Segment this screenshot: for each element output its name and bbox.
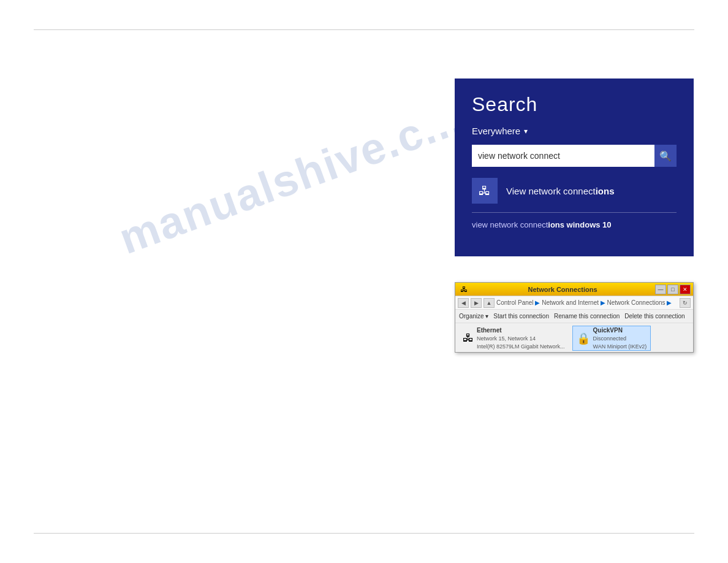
network-connections-icon: 🖧 [479,184,491,198]
nc-addressbar: ◀ ▶ ▲ Control Panel ▶ Network and Intern… [455,296,693,310]
nc-toolbar: Organize ▾ Start this connection Rename … [455,310,693,323]
close-button[interactable]: ✕ [680,285,691,294]
result-primary-text: View network connections [506,186,614,196]
network-connections-window: 🖧 Network Connections — □ ✕ ◀ ▶ ▲ Contro… [455,282,694,353]
quickvpn-status: Disconnected [593,335,647,343]
search-result-primary[interactable]: 🖧 View network connections [472,178,677,204]
ethernet-connection[interactable]: 🖧 Ethernet Network 15, Network 14 Intel(… [459,326,569,351]
nc-title-icon: 🖧 [460,285,468,294]
bottom-divider [34,533,694,534]
forward-button[interactable]: ▶ [471,298,482,308]
quickvpn-connection[interactable]: 🔒 QuickVPN Disconnected WAN Miniport (IK… [572,326,651,351]
watermark: manualshive.c... [113,93,469,264]
search-button[interactable]: 🔍 [654,145,677,167]
search-input-row: 🔍 [472,145,677,167]
up-button[interactable]: ▲ [483,298,495,308]
nc-title-text: Network Connections [470,286,655,293]
start-connection-button[interactable]: Start this connection [493,313,549,320]
search-result-secondary[interactable]: view network connections windows 10 [472,220,677,229]
ethernet-icon: 🖧 [463,332,474,345]
nc-content-area: 🖧 Ethernet Network 15, Network 14 Intel(… [455,323,693,353]
minimize-button[interactable]: — [655,285,666,294]
search-title: Search [472,93,677,116]
breadcrumb: Control Panel ▶ Network and Internet ▶ N… [496,299,678,306]
maximize-button[interactable]: □ [667,285,678,294]
refresh-button[interactable]: ↻ [680,298,691,308]
back-button[interactable]: ◀ [458,298,469,308]
result-icon-box: 🖧 [472,178,498,204]
quickvpn-details: QuickVPN Disconnected WAN Miniport (IKEv… [593,326,647,350]
delete-connection-button[interactable]: Delete this connection [624,313,684,320]
quickvpn-adapter: WAN Miniport (IKEv2) [593,343,647,351]
nc-window-buttons: — □ ✕ [655,285,691,294]
search-input[interactable] [472,145,654,167]
result-divider [472,212,677,213]
ethernet-adapter: Intel(R) 82579LM Gigabit Network... [477,343,565,351]
search-scope-row[interactable]: Everywhere ▾ [472,126,677,136]
chevron-down-icon: ▾ [524,127,528,136]
ethernet-details: Ethernet Network 15, Network 14 Intel(R)… [477,326,565,350]
rename-connection-button[interactable]: Rename this connection [554,313,620,320]
quickvpn-name: QuickVPN [593,326,647,335]
organize-button[interactable]: Organize ▾ [459,313,488,320]
ethernet-status: Network 15, Network 14 [477,335,565,343]
search-scope-label: Everywhere [472,126,520,136]
ethernet-name: Ethernet [477,326,565,335]
vpn-icon: 🔒 [577,332,590,345]
nc-titlebar: 🖧 Network Connections — □ ✕ [455,283,693,296]
search-panel: Search Everywhere ▾ 🔍 🖧 View network con… [455,79,694,256]
top-divider [34,29,694,30]
